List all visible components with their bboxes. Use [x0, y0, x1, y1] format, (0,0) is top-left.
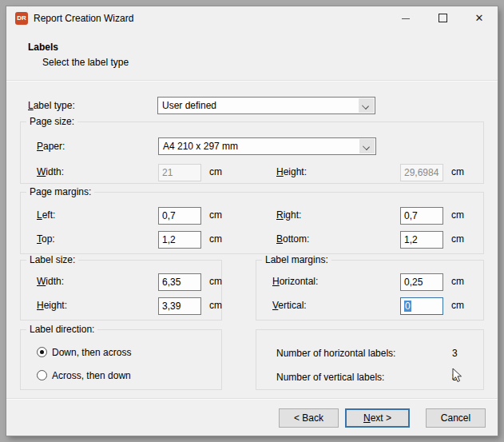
label-type-label: Label type: — [28, 100, 75, 112]
label-width-label: Width: — [37, 276, 64, 288]
paper-select[interactable]: A4 210 x 297 mm — [158, 137, 376, 155]
window-title: Report Creation Wizard — [34, 13, 133, 24]
margin-left-label: Left: — [37, 209, 55, 221]
vertical-count-value: 8 — [452, 372, 458, 384]
label-size-group-title: Label size: — [26, 254, 78, 266]
page-width-label: Width: — [37, 166, 64, 178]
unit-label: cm — [451, 166, 464, 178]
label-direction-group-title: Label direction: — [26, 324, 97, 336]
page-height-label: Height: — [276, 166, 307, 178]
page-margins-group: Page margins: Left: cm Right: cm Top: cm… — [20, 192, 484, 254]
page-height-input — [400, 164, 443, 181]
minimize-button[interactable] — [387, 6, 424, 30]
horizontal-count-value: 3 — [452, 348, 458, 360]
page-width-input — [158, 164, 201, 181]
maximize-icon — [439, 14, 447, 22]
app-icon: DR — [15, 12, 28, 25]
page-margins-group-title: Page margins: — [26, 186, 94, 198]
margin-top-input[interactable] — [158, 231, 201, 249]
selected-text: 0 — [404, 301, 411, 312]
margin-horizontal-label: Horizontal: — [272, 276, 318, 288]
label-counts-group: Number of horizontal labels: 3 Number of… — [256, 329, 484, 390]
label-margins-group: Label margins: Horizontal: cm Vertical: … — [256, 260, 484, 321]
close-button[interactable]: ✕ — [461, 6, 498, 30]
unit-label: cm — [451, 276, 464, 288]
margin-bottom-input[interactable] — [400, 231, 443, 249]
page-subtitle: Select the label type — [42, 57, 129, 68]
page-size-group: Page size: Paper: A4 210 x 297 mm Width:… — [20, 121, 484, 184]
next-button[interactable]: Next > — [345, 408, 410, 428]
page-title: Labels — [28, 42, 58, 53]
radio-selected-icon — [37, 347, 47, 357]
horizontal-count-label: Number of horizontal labels: — [276, 348, 395, 360]
radio-unselected-icon — [37, 370, 47, 380]
paper-label: Paper: — [37, 141, 65, 153]
maximize-button[interactable] — [424, 6, 461, 30]
back-button[interactable]: < Back — [279, 408, 339, 428]
margin-vertical-input[interactable]: 0 — [400, 297, 443, 315]
close-icon: ✕ — [475, 12, 484, 24]
label-size-group: Label size: Width: cm Height: cm — [20, 260, 222, 321]
unit-label: cm — [451, 300, 464, 312]
margin-vertical-label: Vertical: — [272, 300, 307, 312]
label-direction-group: Label direction: Down, then across Acros… — [20, 329, 222, 390]
minimize-icon — [402, 18, 410, 19]
margin-top-label: Top: — [37, 233, 55, 245]
header-separator — [6, 80, 498, 82]
margin-left-input[interactable] — [158, 207, 201, 225]
label-height-label: Height: — [37, 300, 67, 312]
unit-label: cm — [209, 300, 222, 312]
unit-label: cm — [209, 276, 222, 288]
chevron-down-icon — [359, 98, 374, 113]
title-bar: DR Report Creation Wizard ✕ — [6, 6, 498, 30]
margin-right-input[interactable] — [400, 207, 443, 225]
chevron-down-icon — [359, 139, 375, 153]
unit-label: cm — [451, 233, 464, 245]
margin-bottom-label: Bottom: — [276, 233, 309, 245]
unit-label: cm — [209, 209, 222, 221]
cancel-button[interactable]: Cancel — [426, 408, 486, 428]
unit-label: cm — [209, 166, 222, 178]
wizard-dialog: DR Report Creation Wizard ✕ Labels Selec… — [6, 6, 498, 436]
margin-horizontal-input[interactable] — [400, 273, 443, 291]
footer-separator — [6, 398, 498, 400]
unit-label: cm — [209, 233, 222, 245]
label-width-input[interactable] — [158, 273, 201, 291]
unit-label: cm — [451, 209, 464, 221]
label-height-input[interactable] — [158, 297, 201, 315]
page-size-group-title: Page size: — [26, 116, 77, 128]
margin-right-label: Right: — [276, 209, 301, 221]
label-margins-group-title: Label margins: — [262, 254, 331, 266]
label-type-select[interactable]: User defined — [157, 97, 375, 114]
vertical-count-label: Number of vertical labels: — [276, 372, 384, 384]
